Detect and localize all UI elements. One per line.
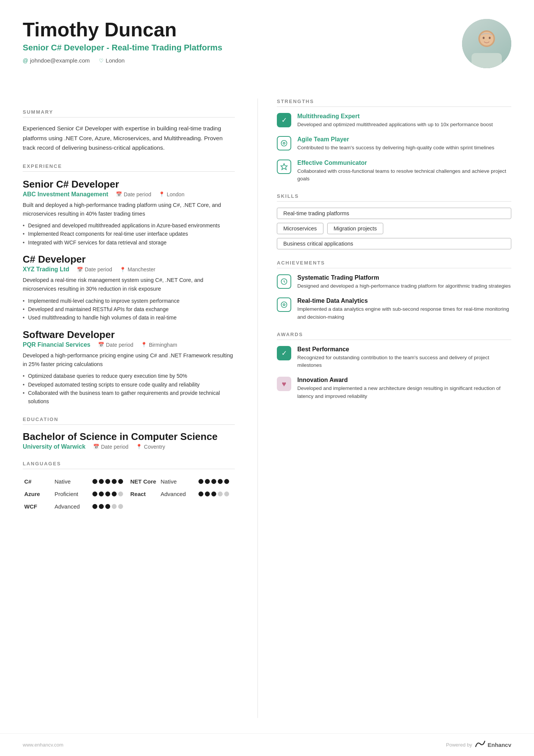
education-section-title: EDUCATION: [23, 416, 235, 425]
award-item-1: ✓ Best Performance Recognized for outsta…: [277, 346, 511, 369]
job-meta-3: PQR Financial Services 📅 Date period 📍 B…: [23, 341, 235, 348]
email-icon: @: [23, 58, 28, 64]
dots-react: [198, 491, 233, 496]
lang-dots-wcf: [91, 500, 129, 513]
resume-page: Timothy Duncan Senior C# Developer - Rea…: [0, 0, 534, 756]
edu-loc-icon: 📍: [136, 444, 142, 449]
achievement-desc-2: Implemented a data analytics engine with…: [297, 305, 511, 321]
job-bullets-2: Implemented multi-level caching to impro…: [23, 297, 235, 322]
header-section: Timothy Duncan Senior C# Developer - Rea…: [0, 0, 534, 80]
achievement-title-1: Systematic Trading Platform: [297, 274, 511, 281]
main-content: SUMMARY Experienced Senior C# Developer …: [0, 80, 534, 733]
footer-powered-by: Powered by Enhancv: [446, 740, 511, 749]
bullet-2-3: Used multithreading to handle high volum…: [23, 313, 235, 322]
lang-name-net: NET Core: [129, 475, 159, 488]
strength-item-1: ✓ Multithreading Expert Developed and op…: [277, 113, 511, 128]
avatar: [462, 19, 511, 68]
strength-icon-2: [277, 136, 291, 150]
location-1: 📍 London: [159, 191, 184, 197]
strength-content-2: Agile Team Player Contributed to the tea…: [297, 136, 494, 152]
institution-name: University of Warwick: [23, 443, 86, 450]
dot: [105, 479, 110, 484]
logo-icon: [475, 740, 486, 749]
lang-name-azure: Azure: [23, 488, 53, 500]
date-1: 📅 Date period: [116, 191, 151, 197]
bullet-1-1: Designed and developed multithreaded app…: [23, 221, 235, 230]
contact-info: @ johndoe@example.com ♡ London: [23, 57, 222, 64]
awards-section-title: AWARDS: [277, 332, 511, 340]
strength-title-3: Effective Communicator: [297, 160, 511, 166]
dots-wcf: [92, 504, 127, 509]
award-desc-1: Recognized for outstanding contribution …: [297, 354, 511, 369]
strength-title-2: Agile Team Player: [297, 136, 494, 143]
dot: [112, 491, 117, 496]
summary-section-title: SUMMARY: [23, 109, 235, 117]
job-entry-3: Software Developer PQR Financial Service…: [23, 329, 235, 406]
skills-container: Real-time trading platforms Microservice…: [277, 208, 511, 249]
strength-desc-1: Developed and optimized multithreaded ap…: [297, 121, 493, 128]
powered-by-text: Powered by: [446, 742, 472, 748]
footer: www.enhancv.com Powered by Enhancv: [0, 733, 534, 756]
strength-item-2: Agile Team Player Contributed to the tea…: [277, 136, 511, 152]
job-desc-2: Developed a real-time risk management sy…: [23, 276, 235, 293]
dot: [118, 491, 123, 496]
calendar-icon-1: 📅: [116, 191, 122, 197]
job-title-1: Senior C# Developer: [23, 178, 235, 190]
lang-name-cs: C#: [23, 475, 53, 488]
award-content-2: Innovation Award Developed and implement…: [297, 377, 511, 400]
award-content-1: Best Performance Recognized for outstand…: [297, 346, 511, 369]
lang-row-cs: C# Native NET Core Nati: [23, 475, 235, 488]
dot: [205, 479, 210, 484]
dot: [218, 491, 223, 496]
achievement-title-2: Real-time Data Analytics: [297, 297, 511, 304]
strength-icon-1: ✓: [277, 113, 291, 127]
bullet-2-1: Implemented multi-level caching to impro…: [23, 297, 235, 305]
candidate-title: Senior C# Developer - Real-time Trading …: [23, 43, 222, 53]
lang-dots-cs: [91, 475, 129, 488]
bullet-2-2: Developed and maintained RESTful APIs fo…: [23, 305, 235, 313]
edu-calendar-icon: 📅: [93, 444, 99, 449]
svg-point-10: [283, 304, 285, 306]
strength-title-1: Multithreading Expert: [297, 113, 493, 120]
company-2: XYZ Trading Ltd: [23, 266, 69, 273]
job-entry-2: C# Developer XYZ Trading Ltd 📅 Date peri…: [23, 254, 235, 322]
svg-point-6: [283, 142, 285, 144]
achievement-item-1: Systematic Trading Platform Designed and…: [277, 274, 511, 290]
strength-content-1: Multithreading Expert Developed and opti…: [297, 113, 493, 128]
lang-row-azure: Azure Proficient React: [23, 488, 235, 500]
company-1: ABC Investment Management: [23, 191, 108, 198]
location-3: 📍 Birmingham: [141, 342, 177, 348]
award-title-2: Innovation Award: [297, 377, 511, 383]
award-desc-2: Developed and implemented a new architec…: [297, 385, 511, 400]
dot: [218, 479, 223, 484]
lang-level-wcf: Advanced: [53, 500, 91, 513]
lang-level-azure: Proficient: [53, 488, 91, 500]
enhancv-logo: Enhancv: [475, 740, 511, 749]
location-contact: ♡ London: [99, 57, 125, 64]
languages-section-title: LANGUAGES: [23, 461, 235, 469]
email-text: johndoe@example.com: [30, 57, 90, 64]
strength-desc-3: Collaborated with cross-functional teams…: [297, 167, 511, 183]
dot: [118, 504, 123, 509]
dot: [198, 479, 203, 484]
dot: [224, 491, 229, 496]
dots-net: [198, 479, 233, 484]
achievement-icon-2: [277, 297, 291, 312]
footer-website: www.enhancv.com: [23, 742, 63, 748]
achievement-desc-1: Designed and developed a high-performanc…: [297, 282, 511, 290]
calendar-icon-3: 📅: [98, 342, 104, 347]
calendar-icon-2: 📅: [77, 267, 83, 272]
skill-tag-3: Migration projects: [327, 223, 383, 234]
svg-point-4: [489, 37, 491, 39]
svg-rect-1: [472, 53, 502, 68]
avatar-image: [462, 19, 511, 68]
job-bullets-1: Designed and developed multithreaded app…: [23, 221, 235, 247]
right-column: STRENGTHS ✓ Multithreading Expert Develo…: [258, 99, 511, 718]
date-2: 📅 Date period: [77, 266, 112, 272]
email-contact: @ johndoe@example.com: [23, 57, 90, 64]
dots-cs: [92, 479, 127, 484]
svg-point-3: [483, 37, 485, 39]
dot: [224, 479, 229, 484]
lang-level-react: Advanced: [159, 488, 197, 500]
job-entry-1: Senior C# Developer ABC Investment Manag…: [23, 178, 235, 247]
